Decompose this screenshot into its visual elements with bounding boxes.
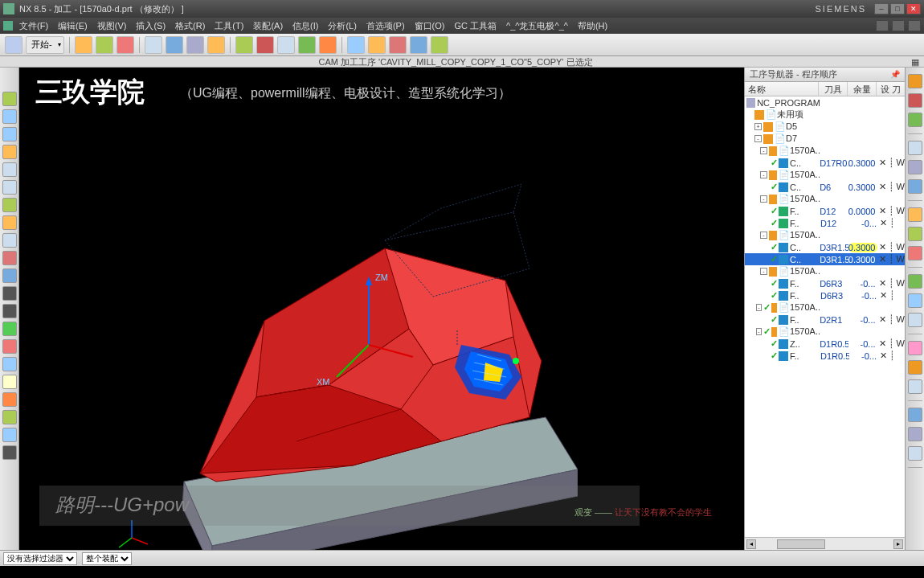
toolbar-icon[interactable] [368,36,386,54]
right-tool-icon[interactable] [908,408,922,422]
left-tool-icon[interactable] [2,269,17,283]
toolbar-icon[interactable] [431,36,448,54]
toolbar-icon[interactable] [319,36,337,54]
left-tool-icon[interactable] [2,215,17,230]
toolbar-icon[interactable] [145,36,162,54]
menu-item[interactable]: 工具(T) [210,18,248,34]
menu-item[interactable]: ^_^龙五电极^_^ [501,18,573,34]
toolbar-icon[interactable] [166,36,183,54]
tree-row[interactable]: -✓📄1570A.. [745,301,905,314]
right-tool-icon[interactable] [908,341,922,355]
left-tool-icon[interactable] [2,198,17,212]
right-tool-icon[interactable] [908,207,922,222]
left-tool-icon[interactable] [2,162,17,177]
operation-tree[interactable]: NC_PROGRAM📄未用项+📄D5-📄D7-📄1570A..✓C..D17R0… [745,96,905,537]
h-scrollbar[interactable]: ◂ ▸ [745,537,905,550]
menu-item[interactable]: 首选项(P) [362,18,410,34]
right-tool-icon[interactable] [908,379,922,394]
right-tool-icon[interactable] [908,179,922,194]
column-headers[interactable]: 名称 刀具 余量 设 刀 [745,82,905,96]
left-tool-icon[interactable] [2,375,17,389]
doc-minimize-button[interactable] [876,20,889,31]
left-tool-icon[interactable] [2,109,17,124]
left-tool-icon[interactable] [2,339,17,354]
right-tool-icon[interactable] [908,227,922,241]
left-tool-icon[interactable] [2,322,17,336]
tree-row[interactable]: -📄1570A.. [745,193,905,205]
menu-item[interactable]: 文件(F) [14,18,53,34]
toolbar-icon[interactable] [298,36,316,54]
assembly-select[interactable]: 整个装配 [82,552,132,565]
tree-row[interactable]: ✓F..D2R1-0...✕ ┊ W [745,314,905,326]
toolbar-icon[interactable] [207,36,225,54]
tree-row[interactable]: ✓F..D6R3-0...✕ ┊ [745,289,905,301]
left-tool-icon[interactable] [2,145,17,159]
left-tool-icon[interactable] [2,251,17,265]
toolbar-icon[interactable] [75,36,92,54]
tree-row[interactable]: -📄1570A.. [745,229,905,241]
left-tool-icon[interactable] [2,233,17,248]
left-tool-icon[interactable] [2,304,17,318]
right-tool-icon[interactable] [908,141,922,155]
menu-item[interactable]: 装配(A) [248,18,288,34]
right-tool-icon[interactable] [908,113,922,127]
right-tool-icon[interactable] [908,274,922,289]
toolbar-icon[interactable] [186,36,204,54]
left-tool-icon[interactable] [2,428,17,442]
left-tool-icon[interactable] [2,392,17,407]
tree-row[interactable]: ✓F..D120.0000✕ ┊ W [745,205,905,217]
menu-item[interactable]: 格式(R) [170,18,210,34]
tree-row[interactable]: ✓C..D3R1.50.3000✕ ┊ W [745,241,905,253]
left-tool-icon[interactable] [2,92,17,106]
right-tool-icon[interactable] [908,74,922,88]
tree-row[interactable]: ✓C..D17R0.80.3000✕ ┊ W [745,157,905,169]
tree-row[interactable]: ✓F..D1R0.5-0...✕ ┊ [745,350,905,362]
tree-row[interactable]: -📄1570A.. [745,169,905,181]
right-tool-icon[interactable] [908,313,922,327]
tree-row[interactable]: ✓Z..D1R0.5-0...✕ ┊ W [745,338,905,350]
menu-item[interactable]: 帮助(H) [573,18,612,34]
tree-row[interactable]: -✓📄1570A.. [745,326,905,338]
toolbar-icon[interactable] [256,36,274,54]
toolbar-icon[interactable] [347,36,365,54]
toolbar-icon[interactable] [235,36,253,54]
col-name[interactable]: 名称 [745,82,819,96]
right-tool-icon[interactable] [908,93,922,108]
toolbar-icon[interactable] [389,36,407,54]
toolbar-icon[interactable] [96,36,113,54]
tree-row[interactable]: -📄1570A.. [745,145,905,157]
toolbar-icon[interactable] [410,36,427,54]
left-tool-icon[interactable] [2,445,17,460]
viewport-3d[interactable]: 三玖学院 （UG编程、powermill编程、电极设计、造型系统化学习） [19,68,744,550]
tree-row[interactable]: ✓F..D6R3-0...✕ ┊ W [745,277,905,289]
right-tool-icon[interactable] [908,446,922,461]
tree-row[interactable]: -📄D7 [745,133,905,145]
right-tool-icon[interactable] [908,246,922,260]
filter-select[interactable]: 没有选择过滤器 [3,552,77,565]
menu-item[interactable]: 分析(L) [323,18,361,34]
tree-row[interactable]: ✓C..D3R1.50.3000✕ ┊ W [745,253,905,265]
tree-row[interactable]: ✓C..D60.3000✕ ┊ W [745,181,905,193]
col-remainder[interactable]: 余量 [848,82,877,96]
tree-row[interactable]: +📄D5 [745,121,905,133]
left-tool-icon[interactable] [2,180,17,195]
tree-row[interactable]: 📄未用项 [745,109,905,121]
pin-icon[interactable]: 📌 [890,70,900,79]
menu-item[interactable]: 视图(V) [92,18,132,34]
gateway-icon[interactable] [5,36,22,54]
tree-row[interactable]: NC_PROGRAM [745,96,905,109]
menu-item[interactable]: 插入(S) [131,18,170,34]
col-tool[interactable]: 刀具 [819,82,848,96]
left-tool-icon[interactable] [2,127,17,141]
left-tool-icon[interactable] [2,286,17,301]
close-button[interactable]: ✕ [906,3,921,14]
toolbar-icon[interactable] [117,36,134,54]
col-extra[interactable]: 设 刀 [877,82,905,96]
toolbar-icon[interactable] [277,36,295,54]
left-tool-icon[interactable] [2,410,17,424]
right-tool-icon[interactable] [908,293,922,308]
left-tool-icon[interactable] [2,357,17,371]
right-tool-icon[interactable] [908,427,922,441]
start-dropdown[interactable]: 开始- [26,36,64,54]
right-tool-icon[interactable] [908,160,922,174]
